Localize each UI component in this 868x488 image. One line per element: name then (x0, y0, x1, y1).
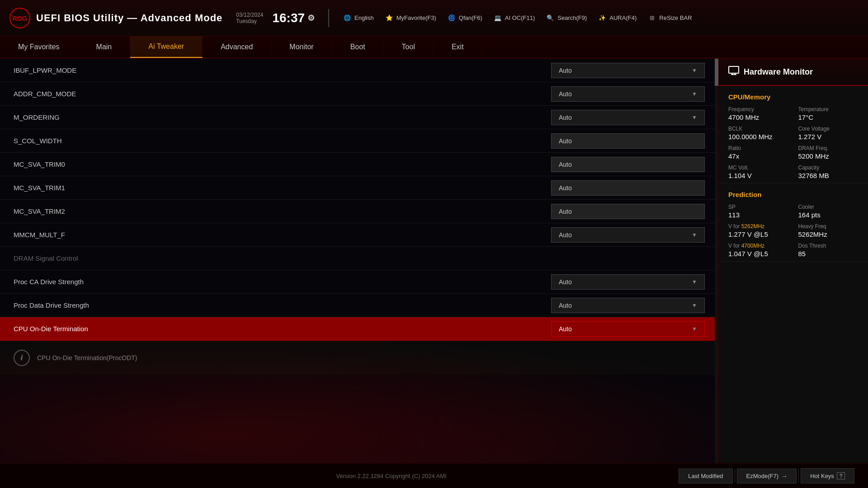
hw-monitor-header: Hardware Monitor (719, 59, 868, 86)
row-mmcm-mult-f[interactable]: MMCM_MULT_F Auto ▼ (0, 223, 718, 247)
label-ibuf-lpwr-mode: IBUF_LPWR_MODE (14, 66, 551, 74)
shortcut-english[interactable]: 🌐 English (343, 14, 374, 23)
label-proc-data-drive-strength: Proc Data Drive Strength (14, 301, 551, 309)
label-bclk: BCLK (728, 126, 789, 132)
fan-icon: 🌀 (447, 14, 456, 23)
value-mc-sva-trim0[interactable]: Auto (551, 157, 705, 172)
tab-my-favorites[interactable]: My Favorites (0, 36, 78, 58)
label-core-voltage: Core Voltage (798, 126, 859, 132)
scrollbar-thumb[interactable] (715, 59, 718, 86)
chevron-down-icon: ▼ (692, 91, 697, 97)
footer-separator-1 (735, 469, 735, 483)
myfavorite-label: MyFavorite(F3) (396, 14, 436, 21)
dropdown-proc-ca-drive-strength[interactable]: Auto ▼ (551, 274, 705, 290)
tab-advanced[interactable]: Advanced (203, 36, 271, 58)
ezmode-arrow-icon: → (781, 473, 787, 479)
shortcut-myfavorite[interactable]: ⭐ MyFavorite(F3) (385, 14, 436, 23)
hw-item-capacity: Capacity 32768 MB (798, 164, 859, 179)
text-mc-sva-trim0: Auto (551, 157, 705, 172)
last-modified-button[interactable]: Last Modified (679, 469, 732, 483)
dropdown-m-ordering[interactable]: Auto ▼ (551, 110, 705, 125)
chevron-down-icon: ▼ (692, 67, 697, 74)
value-m-ordering[interactable]: Auto ▼ (551, 110, 705, 125)
tab-tool[interactable]: Tool (384, 36, 434, 58)
search-label: Search(F9) (557, 14, 587, 21)
time-display: 16:37 ⚙ (272, 11, 315, 25)
row-proc-data-drive-strength[interactable]: Proc Data Drive Strength Auto ▼ (0, 294, 718, 317)
section-dram-signal-control: DRAM Signal Control (0, 247, 718, 270)
info-icon: i (14, 350, 30, 366)
dropdown-ibuf-lpwr-mode[interactable]: Auto ▼ (551, 63, 705, 78)
label-m-ordering: M_ORDERING (14, 113, 551, 121)
shortcut-aioc[interactable]: 💻 AI OC(F11) (493, 14, 535, 23)
dropdown-addr-cmd-mode[interactable]: Auto ▼ (551, 86, 705, 102)
value-proc-ca-drive-strength[interactable]: Auto ▼ (551, 274, 705, 290)
dropdown-proc-data-drive-strength[interactable]: Auto ▼ (551, 298, 705, 313)
row-mc-sva-trim0[interactable]: MC_SVA_TRIM0 Auto (0, 153, 718, 176)
chevron-down-icon: ▼ (692, 326, 697, 332)
tab-monitor[interactable]: Monitor (271, 36, 332, 58)
value-sp: 113 (728, 211, 789, 219)
value-heavy-freq: 5262MHz (798, 230, 859, 238)
dropdown-mmcm-mult-f[interactable]: Auto ▼ (551, 227, 705, 243)
value-dram-freq: 5200 MHz (798, 152, 859, 160)
star-icon: ⭐ (385, 14, 394, 23)
value-mc-sva-trim1[interactable]: Auto (551, 180, 705, 196)
label-mc-sva-trim2: MC_SVA_TRIM2 (14, 207, 551, 215)
globe-icon: 🌐 (343, 14, 352, 23)
time-value: 16:37 (272, 11, 305, 25)
scrollbar-track[interactable] (715, 59, 718, 463)
value-mc-sva-trim2[interactable]: Auto (551, 204, 705, 219)
header: ROG UEFI BIOS Utility — Advanced Mode 03… (0, 0, 868, 36)
dropdown-cpu-on-die-termination[interactable]: Auto ▼ (551, 321, 705, 337)
tab-main[interactable]: Main (78, 36, 131, 58)
row-s-col-width[interactable]: S_COL_WIDTH Auto (0, 129, 718, 153)
date-display: 03/12/2024 (236, 12, 263, 18)
cpu-icon: 💻 (493, 14, 502, 23)
value-bclk: 100.0000 MHz (728, 133, 789, 141)
header-divider (328, 9, 329, 27)
hw-item-v-4700: V for 4700MHz 1.047 V @L5 (728, 243, 789, 258)
row-proc-ca-drive-strength[interactable]: Proc CA Drive Strength Auto ▼ (0, 270, 718, 294)
row-m-ordering[interactable]: M_ORDERING Auto ▼ (0, 106, 718, 129)
row-ibuf-lpwr-mode[interactable]: IBUF_LPWR_MODE Auto ▼ (0, 59, 718, 82)
value-s-col-width[interactable]: Auto (551, 133, 705, 149)
hardware-monitor-panel: Hardware Monitor CPU/Memory Frequency 47… (719, 59, 868, 463)
hw-cpu-memory-grid: Frequency 4700 MHz Temperature 17°C BCLK… (728, 106, 859, 179)
tab-boot[interactable]: Boot (332, 36, 384, 58)
value-capacity: 32768 MB (798, 172, 859, 179)
tab-ai-tweaker[interactable]: Ai Tweaker (130, 36, 203, 58)
label-dram-freq: DRAM Freq. (798, 145, 859, 151)
shortcut-qfan[interactable]: 🌀 Qfan(F6) (447, 14, 482, 23)
value-cpu-on-die-termination[interactable]: Auto ▼ (551, 321, 705, 337)
info-text: CPU On-Die Termination(ProcODT) (37, 354, 137, 361)
row-mc-sva-trim2[interactable]: MC_SVA_TRIM2 Auto (0, 200, 718, 223)
row-addr-cmd-mode[interactable]: ADDR_CMD_MODE Auto ▼ (0, 82, 718, 106)
label-mc-sva-trim1: MC_SVA_TRIM1 (14, 184, 551, 192)
shortcut-aura[interactable]: ✨ AURA(F4) (598, 14, 637, 23)
hw-item-dos-thresh: Dos Thresh 85 (798, 243, 859, 258)
value-proc-data-drive-strength[interactable]: Auto ▼ (551, 298, 705, 313)
value-ibuf-lpwr-mode[interactable]: Auto ▼ (551, 63, 705, 78)
row-cpu-on-die-termination[interactable]: CPU On-Die Termination Auto ▼ (0, 317, 718, 341)
settings-icon[interactable]: ⚙ (307, 13, 315, 23)
label-frequency: Frequency (728, 106, 789, 113)
value-mmcm-mult-f[interactable]: Auto ▼ (551, 227, 705, 243)
search-icon: 🔍 (546, 14, 555, 23)
question-icon: ? (837, 472, 845, 479)
shortcut-resizebar[interactable]: ⊞ ReSize BAR (647, 14, 692, 23)
shortcut-search[interactable]: 🔍 Search(F9) (546, 14, 587, 23)
hw-item-dram-freq: DRAM Freq. 5200 MHz (798, 145, 859, 160)
footer: Version 2.22.1284 Copyright (C) 2024 AMI… (0, 463, 868, 488)
value-cooler: 164 pts (798, 211, 859, 219)
row-mc-sva-trim1[interactable]: MC_SVA_TRIM1 Auto (0, 176, 718, 200)
resize-icon: ⊞ (647, 14, 656, 23)
svg-rect-2 (729, 66, 739, 73)
tab-exit[interactable]: Exit (434, 36, 482, 58)
navigation-tabs: My Favorites Main Ai Tweaker Advanced Mo… (0, 36, 868, 59)
label-heavy-freq: Heavy Freq (798, 223, 859, 230)
hotkeys-button[interactable]: Hot Keys ? (801, 468, 854, 483)
value-addr-cmd-mode[interactable]: Auto ▼ (551, 86, 705, 102)
hw-section-cpu-memory-title: CPU/Memory (728, 93, 859, 101)
ezmode-button[interactable]: EzMode(F7) → (737, 469, 797, 483)
